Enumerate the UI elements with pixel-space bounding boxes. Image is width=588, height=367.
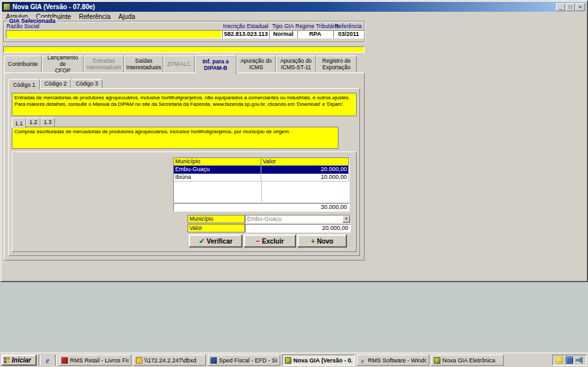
tray-display-icon[interactable] bbox=[566, 357, 573, 364]
regime-tributario-label: Regime Tributário bbox=[295, 23, 335, 29]
grid-cell-municipio[interactable]: Embu-Guaçu bbox=[174, 166, 261, 174]
menubar: Arquivo Contribuinte Referência Ajuda bbox=[2, 12, 586, 21]
tab-lancamento-cfop[interactable]: Lançamento de CFOP bbox=[42, 56, 84, 72]
grid-header-row: Município Valor bbox=[174, 158, 349, 166]
codigo-1-description: Entradas de mercadorias de produtores ag… bbox=[12, 93, 357, 116]
tab-apuracao-icms-st-11[interactable]: Apuração do ICMS-ST-11 bbox=[276, 56, 316, 72]
tab-zfm-alc: ZFM/ALC bbox=[163, 56, 195, 72]
menu-referencia[interactable]: Referência bbox=[75, 12, 114, 21]
window-controls: _ □ × bbox=[556, 3, 585, 11]
plus-icon: + bbox=[311, 238, 315, 245]
razao-social-label: Razão Social bbox=[7, 23, 39, 29]
tab-codigo-3[interactable]: Código 3 bbox=[71, 79, 103, 88]
task-rms-software[interactable]: e RMS Software - Window... bbox=[357, 355, 429, 366]
tab-registro-exportacao[interactable]: Registro de Exportação bbox=[316, 56, 357, 72]
system-tray bbox=[552, 355, 587, 366]
windows-flag-icon bbox=[4, 357, 10, 363]
municipio-combobox[interactable]: Embu-Guaçu ▼ bbox=[245, 215, 351, 223]
excluir-button-label: Excluir bbox=[262, 238, 284, 245]
chevron-down-icon[interactable]: ▼ bbox=[342, 215, 350, 223]
razao-social-field[interactable] bbox=[6, 30, 222, 39]
regime-tributario-value: RPA bbox=[297, 30, 333, 39]
municipio-combobox-value: Embu-Guaçu bbox=[246, 215, 342, 223]
maximize-button-icon[interactable]: □ bbox=[566, 3, 575, 11]
valor-form-label: Valor bbox=[188, 224, 245, 232]
sped-fiscal-app-icon bbox=[210, 357, 217, 364]
tab-inf-dipam-b[interactable]: Inf. para a DIPAM-B bbox=[195, 55, 237, 74]
grid-row-ibiuna[interactable]: Ibiúna 10.000,00 bbox=[174, 174, 349, 182]
task-network-folder[interactable]: \\172.24.2.247\dbxd bbox=[133, 355, 206, 366]
taskbar-separator bbox=[55, 355, 57, 366]
grid-cell-municipio[interactable]: Ibiúna bbox=[174, 174, 261, 182]
task-nova-gia-eletronica[interactable]: Nova GIA Eletrônica bbox=[431, 355, 504, 366]
municipios-grid[interactable]: Município Valor Embu-Guaçu 20.000,00 Ibi… bbox=[173, 157, 350, 202]
grid-header-valor[interactable]: Valor bbox=[261, 158, 349, 166]
main-tab-bar: Contribuinte Lançamento de CFOP Entradas… bbox=[4, 56, 357, 72]
tray-volume-icon[interactable] bbox=[576, 357, 583, 364]
folder-icon bbox=[136, 357, 142, 364]
dipam-b-panel: Código 1 Código 2 Código 3 Entradas de m… bbox=[4, 72, 365, 261]
status-strip bbox=[3, 46, 365, 53]
valor-input[interactable]: 20.000,00 bbox=[245, 224, 351, 232]
minus-icon: − bbox=[256, 238, 260, 245]
data-entry-panel: Município Valor Embu-Guaçu 20.000,00 Ibi… bbox=[12, 152, 357, 252]
rms-retail-app-icon bbox=[61, 357, 68, 364]
app-window: Nova GIA (Versão - 07.80e) _ □ × Arquivo… bbox=[0, 0, 588, 282]
tipo-gia-label: Tipo GIA bbox=[268, 23, 298, 29]
close-button-icon[interactable]: × bbox=[576, 3, 585, 11]
inscricao-estadual-label: Inscrição Estadual bbox=[222, 23, 269, 29]
excluir-button[interactable]: − Excluir bbox=[244, 234, 296, 247]
check-icon: ✔ bbox=[199, 238, 204, 245]
internet-explorer-icon: e bbox=[359, 357, 366, 364]
codigo-tab-bar: Código 1 Código 2 Código 3 bbox=[8, 79, 103, 88]
app-icon bbox=[3, 3, 10, 10]
grid-cell-valor[interactable]: 20.000,00 bbox=[261, 166, 349, 174]
task-nova-gia[interactable]: Nova GIA (Versão - 0... bbox=[282, 355, 355, 366]
tab-1-2[interactable]: 1.2 bbox=[26, 118, 41, 127]
menu-ajuda[interactable]: Ajuda bbox=[114, 12, 139, 21]
minimize-button-icon[interactable]: _ bbox=[556, 3, 565, 11]
item-1-1-description: Compras escrituradas de mercadorias de p… bbox=[12, 127, 338, 149]
taskbar: Iniciar e RMS Retail - Livros Fiscia... … bbox=[0, 353, 588, 367]
grid-empty-area bbox=[174, 182, 262, 202]
verificar-button-label: Verificar bbox=[206, 238, 232, 245]
titlebar[interactable]: Nova GIA (Versão - 07.80e) _ □ × bbox=[2, 2, 586, 12]
municipio-form-label: Município bbox=[188, 215, 245, 223]
tab-entradas-interestaduais: Entradas Interestaduais bbox=[84, 56, 124, 72]
window-title: Nova GIA (Versão - 07.80e) bbox=[12, 3, 556, 10]
internet-explorer-icon[interactable]: e bbox=[42, 355, 53, 366]
tab-1-3[interactable]: 1.3 bbox=[41, 118, 55, 127]
tab-apuracao-icms[interactable]: Apuração do ICMS bbox=[237, 56, 276, 72]
gia-selecionada-groupbox: GIA Selecionada Razão Social Inscrição E… bbox=[3, 21, 365, 42]
referencia-label: Referência bbox=[333, 23, 364, 29]
tab-contribuinte[interactable]: Contribuinte bbox=[4, 56, 42, 72]
referencia-value: 03/2011 bbox=[333, 30, 364, 39]
item-tab-bar: 1.1 1.2 1.3 bbox=[12, 118, 55, 127]
start-button[interactable]: Iniciar bbox=[1, 355, 37, 366]
inscricao-estadual-value: 582.813.023.113 bbox=[222, 30, 269, 39]
tipo-gia-value: Normal bbox=[269, 30, 297, 39]
grid-row-embu-guacu[interactable]: Embu-Guaçu 20.000,00 bbox=[174, 166, 349, 174]
start-button-label: Iniciar bbox=[12, 357, 31, 364]
tab-codigo-1[interactable]: Código 1 bbox=[8, 79, 40, 89]
taskbar-separator bbox=[39, 355, 41, 366]
grid-header-municipio[interactable]: Município bbox=[174, 158, 261, 166]
tab-saidas-interestaduais[interactable]: Saídas Interestaduais bbox=[124, 56, 163, 72]
nova-gia-app-icon bbox=[285, 357, 291, 364]
tab-codigo-2[interactable]: Código 2 bbox=[40, 79, 71, 88]
grid-cell-valor[interactable]: 10.000,00 bbox=[261, 174, 349, 182]
novo-button-label: Novo bbox=[317, 238, 333, 245]
codigo-1-panel: Entradas de mercadorias de produtores ag… bbox=[8, 88, 360, 256]
tray-status-icon[interactable] bbox=[556, 357, 563, 364]
task-rms-retail[interactable]: RMS Retail - Livros Fiscia... bbox=[59, 355, 131, 366]
nova-gia-app-icon bbox=[434, 357, 440, 364]
novo-button[interactable]: + Novo bbox=[297, 234, 347, 247]
total-field: 30.000,00 bbox=[173, 203, 350, 212]
tab-1-1[interactable]: 1.1 bbox=[12, 118, 26, 128]
verificar-button[interactable]: ✔ Verificar bbox=[189, 234, 242, 247]
task-sped-fiscal[interactable]: Sped Fiscal - EFD - Siste... bbox=[208, 355, 280, 366]
